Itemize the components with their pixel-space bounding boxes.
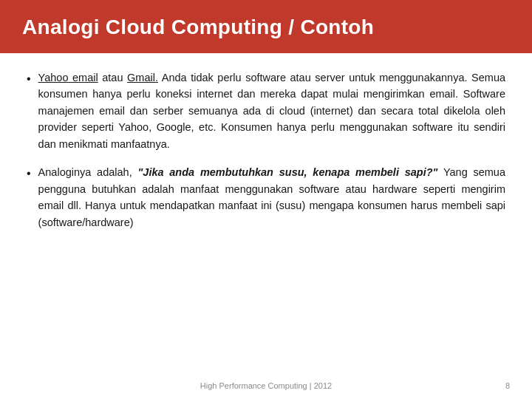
yahoo-email-link: Yahoo email xyxy=(38,72,98,83)
gmail-link: Gmail. xyxy=(127,72,158,83)
bullet-list: • Yahoo email atau Gmail. Anda tidak per… xyxy=(27,69,505,231)
footer-label: High Performance Computing | 2012 xyxy=(200,381,332,390)
slide-footer: High Performance Computing | 2012 8 xyxy=(0,375,532,399)
bullet-dot-2: • xyxy=(27,165,31,183)
content-area: • Yahoo email atau Gmail. Anda tidak per… xyxy=(0,53,532,375)
bullet-item-2: • Analoginya adalah, "Jika anda membutuh… xyxy=(27,164,505,231)
text-atau-1: atau xyxy=(102,72,127,83)
text-analoginya: Analoginya adalah, xyxy=(38,166,138,178)
bullet-text-2: Analoginya adalah, "Jika anda membutuhka… xyxy=(38,164,505,231)
bullet-item-1: • Yahoo email atau Gmail. Anda tidak per… xyxy=(27,69,505,152)
text-quote: "Jika anda membutuhkan susu, kenapa memb… xyxy=(137,166,437,178)
slide-container: Analogi Cloud Computing / Contoh • Yahoo… xyxy=(0,0,532,399)
page-number: 8 xyxy=(505,381,510,390)
bullet-dot-1: • xyxy=(27,70,31,89)
slide-title: Analogi Cloud Computing / Contoh xyxy=(22,16,374,39)
slide-header: Analogi Cloud Computing / Contoh xyxy=(0,0,532,53)
bullet-text-1: Yahoo email atau Gmail. Anda tidak perlu… xyxy=(38,69,505,152)
